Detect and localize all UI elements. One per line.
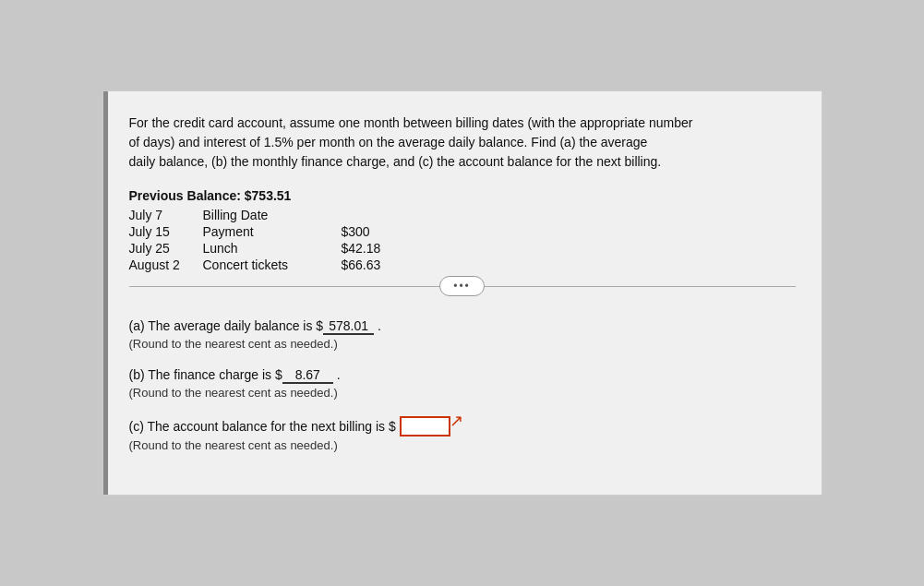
answer-c-prefix: (c) The account balance for the next bil… (129, 419, 396, 434)
transaction-amount: $300 (342, 223, 415, 240)
answer-c-line: (c) The account balance for the next bil… (129, 416, 796, 437)
answer-a-block: (a) The average daily balance is $578.01… (129, 318, 796, 351)
answer-c-input[interactable] (400, 416, 450, 437)
problem-line2: of days) and interest of 1.5% per month … (129, 135, 648, 149)
prev-balance-amount: $753.51 (245, 188, 292, 203)
transaction-description: Lunch (203, 240, 342, 257)
answer-c-note: (Round to the nearest cent as needed.) (129, 438, 796, 452)
problem-text: For the credit card account, assume one … (129, 114, 796, 172)
transaction-amount: $42.18 (342, 240, 415, 257)
transaction-description: Payment (203, 223, 342, 240)
cursor-arrow: ↗ (450, 411, 463, 431)
previous-balance: Previous Balance: $753.51 (129, 188, 796, 203)
answer-b-block: (b) The finance charge is $8.67 . (Round… (129, 367, 796, 400)
answer-b-value: 8.67 (282, 367, 333, 384)
problem-line3: daily balance, (b) the monthly finance c… (129, 154, 662, 169)
table-row: July 25 Lunch $42.18 (129, 240, 415, 257)
answer-b-note: (Round to the nearest cent as needed.) (129, 386, 796, 400)
table-row: July 7 Billing Date (129, 207, 415, 223)
prev-balance-label: Previous Balance: (129, 188, 241, 203)
answer-c-block: (c) The account balance for the next bil… (129, 416, 796, 452)
transaction-date: July 15 (129, 223, 203, 240)
transaction-amount: $66.63 (342, 257, 415, 273)
transaction-description: Concert tickets (203, 257, 342, 273)
table-row: August 2 Concert tickets $66.63 (129, 257, 415, 273)
transaction-amount (342, 207, 415, 223)
answer-b-line: (b) The finance charge is $8.67 . (129, 367, 796, 384)
table-section: Previous Balance: $753.51 July 7 Billing… (129, 188, 796, 273)
transaction-table: July 7 Billing Date July 15 Payment $300… (129, 207, 415, 273)
answer-a-value: 578.01 (323, 318, 374, 335)
transaction-description: Billing Date (203, 207, 342, 223)
problem-line1: For the credit card account, assume one … (129, 115, 693, 130)
transaction-date: July 7 (129, 207, 203, 223)
transaction-date: August 2 (129, 257, 203, 273)
transaction-date: July 25 (129, 240, 203, 257)
main-card: For the credit card account, assume one … (102, 90, 822, 496)
answer-a-note: (Round to the nearest cent as needed.) (129, 337, 796, 351)
answer-a-prefix: (a) The average daily balance is $ (129, 318, 324, 333)
table-row: July 15 Payment $300 (129, 223, 415, 240)
answers-section: (a) The average daily balance is $578.01… (129, 315, 796, 452)
answer-b-prefix: (b) The finance charge is $ (129, 367, 282, 382)
left-bar (103, 91, 108, 495)
dots-button[interactable]: ••• (439, 276, 485, 296)
answer-a-line: (a) The average daily balance is $578.01… (129, 318, 796, 335)
